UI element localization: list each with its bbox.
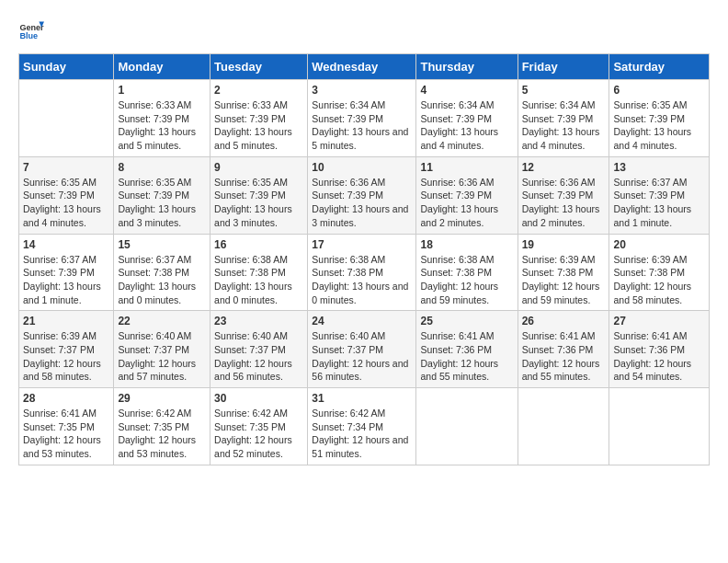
day-info: Sunrise: 6:39 AMSunset: 7:37 PMDaylight:… [23, 329, 109, 384]
day-number: 21 [23, 315, 109, 327]
day-info: Sunrise: 6:41 AMSunset: 7:36 PMDaylight:… [522, 329, 606, 384]
day-number: 29 [118, 392, 206, 405]
col-header-sunday: Sunday [19, 54, 114, 80]
calendar-table: SundayMondayTuesdayWednesdayThursdayFrid… [18, 53, 710, 465]
day-number: 23 [214, 315, 303, 327]
day-number: 22 [118, 315, 206, 327]
day-number: 11 [420, 161, 513, 174]
day-info: Sunrise: 6:33 AMSunset: 7:39 PMDaylight:… [214, 98, 303, 153]
day-info: Sunrise: 6:42 AMSunset: 7:34 PMDaylight:… [312, 407, 412, 461]
day-number: 19 [522, 238, 606, 251]
header-row: SundayMondayTuesdayWednesdayThursdayFrid… [19, 54, 710, 80]
calendar-cell: 23Sunrise: 6:40 AMSunset: 7:37 PMDayligh… [210, 311, 308, 388]
calendar-cell: 24Sunrise: 6:40 AMSunset: 7:37 PMDayligh… [308, 311, 416, 388]
calendar-cell: 26Sunrise: 6:41 AMSunset: 7:36 PMDayligh… [518, 311, 609, 388]
day-number: 9 [214, 161, 303, 174]
day-number: 31 [312, 392, 412, 405]
day-info: Sunrise: 6:38 AMSunset: 7:38 PMDaylight:… [312, 253, 412, 307]
calendar-cell: 1Sunrise: 6:33 AMSunset: 7:39 PMDaylight… [114, 80, 210, 157]
day-info: Sunrise: 6:35 AMSunset: 7:39 PMDaylight:… [23, 176, 109, 230]
day-number: 28 [23, 392, 109, 405]
day-number: 24 [312, 315, 412, 327]
day-info: Sunrise: 6:42 AMSunset: 7:35 PMDaylight:… [214, 407, 303, 461]
calendar-cell: 18Sunrise: 6:38 AMSunset: 7:38 PMDayligh… [416, 234, 518, 311]
calendar-cell: 30Sunrise: 6:42 AMSunset: 7:35 PMDayligh… [210, 388, 308, 465]
calendar-cell: 31Sunrise: 6:42 AMSunset: 7:34 PMDayligh… [308, 388, 416, 465]
logo-icon: General Blue [18, 18, 44, 44]
week-row-1: 1Sunrise: 6:33 AMSunset: 7:39 PMDaylight… [19, 80, 710, 157]
day-info: Sunrise: 6:41 AMSunset: 7:36 PMDaylight:… [420, 329, 513, 384]
day-number: 15 [118, 238, 206, 251]
day-info: Sunrise: 6:34 AMSunset: 7:39 PMDaylight:… [522, 98, 606, 153]
calendar-cell: 29Sunrise: 6:42 AMSunset: 7:35 PMDayligh… [114, 388, 210, 465]
day-info: Sunrise: 6:42 AMSunset: 7:35 PMDaylight:… [118, 407, 206, 461]
day-number: 14 [23, 238, 109, 251]
day-number: 27 [613, 315, 705, 327]
day-info: Sunrise: 6:33 AMSunset: 7:39 PMDaylight:… [118, 98, 206, 153]
day-number: 25 [420, 315, 513, 327]
svg-text:Blue: Blue [19, 31, 38, 40]
calendar-cell: 5Sunrise: 6:34 AMSunset: 7:39 PMDaylight… [518, 80, 609, 157]
day-info: Sunrise: 6:34 AMSunset: 7:39 PMDaylight:… [312, 98, 412, 153]
calendar-cell [19, 80, 114, 157]
calendar-cell: 21Sunrise: 6:39 AMSunset: 7:37 PMDayligh… [19, 311, 114, 388]
calendar-cell: 10Sunrise: 6:36 AMSunset: 7:39 PMDayligh… [308, 156, 416, 234]
calendar-cell: 11Sunrise: 6:36 AMSunset: 7:39 PMDayligh… [416, 156, 518, 234]
day-info: Sunrise: 6:37 AMSunset: 7:39 PMDaylight:… [23, 253, 109, 307]
day-info: Sunrise: 6:37 AMSunset: 7:39 PMDaylight:… [613, 176, 705, 230]
day-info: Sunrise: 6:36 AMSunset: 7:39 PMDaylight:… [312, 176, 412, 230]
calendar-cell: 19Sunrise: 6:39 AMSunset: 7:38 PMDayligh… [518, 234, 609, 311]
day-number: 4 [420, 84, 513, 97]
day-info: Sunrise: 6:41 AMSunset: 7:36 PMDaylight:… [613, 329, 705, 384]
day-info: Sunrise: 6:38 AMSunset: 7:38 PMDaylight:… [420, 253, 513, 307]
calendar-cell: 2Sunrise: 6:33 AMSunset: 7:39 PMDaylight… [210, 80, 308, 157]
calendar-cell: 20Sunrise: 6:39 AMSunset: 7:38 PMDayligh… [609, 234, 710, 311]
calendar-cell [416, 388, 518, 465]
week-row-3: 14Sunrise: 6:37 AMSunset: 7:39 PMDayligh… [19, 234, 710, 311]
day-info: Sunrise: 6:41 AMSunset: 7:35 PMDaylight:… [23, 407, 109, 461]
day-info: Sunrise: 6:40 AMSunset: 7:37 PMDaylight:… [118, 329, 206, 384]
calendar-cell: 7Sunrise: 6:35 AMSunset: 7:39 PMDaylight… [19, 156, 114, 234]
day-info: Sunrise: 6:36 AMSunset: 7:39 PMDaylight:… [522, 176, 606, 230]
day-info: Sunrise: 6:40 AMSunset: 7:37 PMDaylight:… [214, 329, 303, 384]
day-number: 3 [312, 84, 412, 97]
day-number: 8 [118, 161, 206, 174]
day-number: 12 [522, 161, 606, 174]
day-number: 18 [420, 238, 513, 251]
day-number: 13 [613, 161, 705, 174]
calendar-cell [609, 388, 710, 465]
calendar-cell: 9Sunrise: 6:35 AMSunset: 7:39 PMDaylight… [210, 156, 308, 234]
day-info: Sunrise: 6:40 AMSunset: 7:37 PMDaylight:… [312, 329, 412, 384]
calendar-cell: 22Sunrise: 6:40 AMSunset: 7:37 PMDayligh… [114, 311, 210, 388]
day-number: 1 [118, 84, 206, 97]
day-info: Sunrise: 6:35 AMSunset: 7:39 PMDaylight:… [118, 176, 206, 230]
day-number: 10 [312, 161, 412, 174]
col-header-wednesday: Wednesday [308, 54, 416, 80]
day-number: 30 [214, 392, 303, 405]
week-row-4: 21Sunrise: 6:39 AMSunset: 7:37 PMDayligh… [19, 311, 710, 388]
col-header-thursday: Thursday [416, 54, 518, 80]
day-info: Sunrise: 6:35 AMSunset: 7:39 PMDaylight:… [613, 98, 705, 153]
day-number: 6 [613, 84, 705, 97]
day-info: Sunrise: 6:39 AMSunset: 7:38 PMDaylight:… [613, 253, 705, 307]
calendar-cell: 14Sunrise: 6:37 AMSunset: 7:39 PMDayligh… [19, 234, 114, 311]
calendar-cell: 4Sunrise: 6:34 AMSunset: 7:39 PMDaylight… [416, 80, 518, 157]
day-info: Sunrise: 6:35 AMSunset: 7:39 PMDaylight:… [214, 176, 303, 230]
day-number: 7 [23, 161, 109, 174]
day-info: Sunrise: 6:38 AMSunset: 7:38 PMDaylight:… [214, 253, 303, 307]
calendar-cell: 25Sunrise: 6:41 AMSunset: 7:36 PMDayligh… [416, 311, 518, 388]
col-header-friday: Friday [518, 54, 609, 80]
day-info: Sunrise: 6:37 AMSunset: 7:38 PMDaylight:… [118, 253, 206, 307]
calendar-cell: 6Sunrise: 6:35 AMSunset: 7:39 PMDaylight… [609, 80, 710, 157]
day-number: 2 [214, 84, 303, 97]
week-row-2: 7Sunrise: 6:35 AMSunset: 7:39 PMDaylight… [19, 156, 710, 234]
day-info: Sunrise: 6:39 AMSunset: 7:38 PMDaylight:… [522, 253, 606, 307]
calendar-cell: 12Sunrise: 6:36 AMSunset: 7:39 PMDayligh… [518, 156, 609, 234]
calendar-cell: 15Sunrise: 6:37 AMSunset: 7:38 PMDayligh… [114, 234, 210, 311]
day-info: Sunrise: 6:34 AMSunset: 7:39 PMDaylight:… [420, 98, 513, 153]
day-number: 17 [312, 238, 412, 251]
week-row-5: 28Sunrise: 6:41 AMSunset: 7:35 PMDayligh… [19, 388, 710, 465]
calendar-cell: 17Sunrise: 6:38 AMSunset: 7:38 PMDayligh… [308, 234, 416, 311]
calendar-cell [518, 388, 609, 465]
day-number: 5 [522, 84, 606, 97]
